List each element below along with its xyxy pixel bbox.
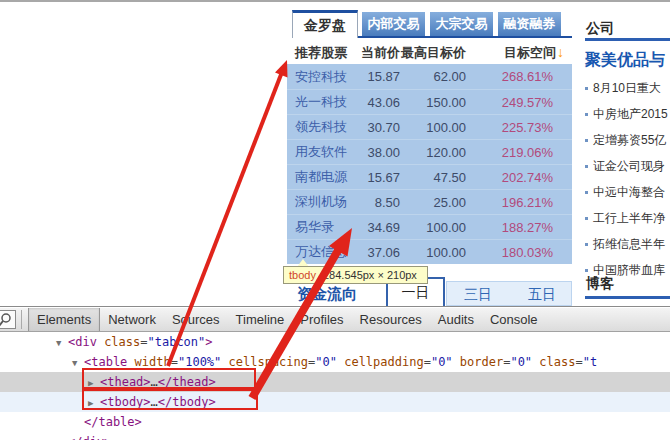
news-headline-link[interactable]: 聚美优品与 bbox=[585, 50, 665, 71]
target-price: 120.00 bbox=[400, 145, 466, 160]
target-space: 196.21% bbox=[466, 195, 572, 210]
news-item-link[interactable]: 中远中海整合 bbox=[585, 184, 665, 201]
current-price: 43.06 bbox=[352, 95, 400, 110]
news-item-link[interactable]: 拓维信息半年 bbox=[585, 236, 665, 253]
stock-link[interactable]: 南都电源 bbox=[287, 168, 352, 186]
news-item-link[interactable]: 中房地产2015 bbox=[585, 106, 668, 123]
stock-widget-tabbar: 金罗盘 内部交易 大宗交易 融资融券 bbox=[0, 0, 670, 40]
devtools-tab-profiles[interactable]: Profiles bbox=[292, 308, 351, 331]
stock-link[interactable]: 光一科技 bbox=[287, 93, 352, 111]
devtools-tab-sources[interactable]: Sources bbox=[164, 308, 228, 331]
screen: 金罗盘 内部交易 大宗交易 融资融券 推荐股票 当前价 最高目标价 目标空间↓ … bbox=[0, 0, 670, 440]
news-item-link[interactable]: 定增募资55亿 bbox=[585, 132, 666, 149]
table-row[interactable]: 万达信息 37.06 100.00 180.03% bbox=[287, 239, 572, 264]
tabbar-underline bbox=[358, 36, 572, 38]
stock-table-body-highlighted: 安控科技 15.87 62.00 268.61% 光一科技 43.06 150.… bbox=[287, 64, 572, 264]
devtools-tab-timeline[interactable]: Timeline bbox=[228, 308, 293, 331]
bullet-icon bbox=[585, 165, 588, 168]
dom-line-table-close[interactable]: </table> bbox=[0, 412, 670, 432]
sort-down-icon: ↓ bbox=[557, 44, 564, 60]
current-price: 37.06 bbox=[352, 245, 400, 260]
devtools-tab-network[interactable]: Network bbox=[100, 308, 164, 331]
tab-insider-trading[interactable]: 内部交易 bbox=[362, 12, 425, 36]
blog-section-rule bbox=[585, 296, 670, 299]
dom-line-div-open[interactable]: ▼<div class="tabcon"> bbox=[0, 332, 670, 352]
devtools-tabs: Elements Network Sources Timeline Profil… bbox=[28, 308, 546, 331]
flow-tab-3day[interactable]: 三日 bbox=[462, 286, 494, 304]
devtools-tab-elements[interactable]: Elements bbox=[28, 308, 100, 331]
table-row[interactable]: 南都电源 15.67 47.50 202.74% bbox=[287, 164, 572, 189]
stock-link[interactable]: 安控科技 bbox=[287, 68, 352, 86]
annotation-box-thead bbox=[82, 368, 256, 389]
devtools-toolbar: Elements Network Sources Timeline Profil… bbox=[0, 308, 670, 332]
disclosure-open-icon[interactable]: ▼ bbox=[56, 333, 68, 353]
bullet-icon bbox=[585, 113, 588, 116]
current-price: 38.00 bbox=[352, 145, 400, 160]
target-space: 202.74% bbox=[466, 170, 572, 185]
bullet-icon bbox=[585, 269, 588, 272]
target-space: 219.06% bbox=[466, 145, 572, 160]
target-price: 47.50 bbox=[400, 170, 466, 185]
flow-tab-5day[interactable]: 五日 bbox=[526, 286, 558, 304]
header-max-target-price[interactable]: 最高目标价 bbox=[400, 44, 466, 62]
inspect-element-icon[interactable] bbox=[0, 310, 16, 329]
bullet-icon bbox=[585, 139, 588, 142]
section-title-blog: 博客 bbox=[586, 275, 614, 293]
target-price: 100.00 bbox=[400, 120, 466, 135]
header-current-price[interactable]: 当前价 bbox=[352, 44, 400, 62]
current-price: 34.69 bbox=[352, 220, 400, 235]
table-row[interactable]: 易华录 34.69 100.00 188.27% bbox=[287, 214, 572, 239]
toolbar-separator bbox=[21, 310, 22, 329]
table-row[interactable]: 安控科技 15.87 62.00 268.61% bbox=[287, 64, 572, 89]
stock-link[interactable]: 用友软件 bbox=[287, 143, 352, 161]
bullet-icon bbox=[585, 191, 588, 194]
tab-jinluopan[interactable]: 金罗盘 bbox=[292, 10, 358, 38]
devtools-tab-audits[interactable]: Audits bbox=[430, 308, 482, 331]
tab-margin-trading[interactable]: 融资融券 bbox=[498, 12, 561, 36]
tooltip-tag-name: tbody bbox=[289, 269, 316, 281]
devtools-tab-console[interactable]: Console bbox=[482, 308, 546, 331]
bullet-icon bbox=[585, 217, 588, 220]
target-price: 150.00 bbox=[400, 95, 466, 110]
current-price: 15.67 bbox=[352, 170, 400, 185]
target-price: 62.00 bbox=[400, 69, 466, 84]
target-price: 25.00 bbox=[400, 195, 466, 210]
target-price: 100.00 bbox=[400, 245, 466, 260]
news-item-link[interactable]: 工行上半年净 bbox=[585, 210, 665, 227]
header-recommended-stock[interactable]: 推荐股票 bbox=[287, 44, 352, 62]
stock-table-header: 推荐股票 当前价 最高目标价 目标空间↓ bbox=[287, 42, 572, 64]
current-price: 8.50 bbox=[352, 195, 400, 210]
current-price: 30.70 bbox=[352, 120, 400, 135]
stock-link[interactable]: 易华录 bbox=[287, 218, 352, 236]
devtools-tab-resources[interactable]: Resources bbox=[352, 308, 430, 331]
target-space: 225.73% bbox=[466, 120, 572, 135]
news-item-link[interactable]: 证金公司现身 bbox=[585, 158, 665, 175]
capital-flow-label: 资金流向 bbox=[297, 285, 357, 304]
target-space: 249.57% bbox=[466, 95, 572, 110]
table-row[interactable]: 用友软件 38.00 120.00 219.06% bbox=[287, 139, 572, 164]
news-item-link[interactable]: 8月10日重大 bbox=[585, 80, 661, 97]
tab-block-trading[interactable]: 大宗交易 bbox=[430, 12, 493, 36]
section-title-company: 公司 bbox=[586, 20, 614, 38]
header-target-space[interactable]: 目标空间↓ bbox=[466, 44, 572, 62]
table-row[interactable]: 深圳机场 8.50 25.00 196.21% bbox=[287, 189, 572, 214]
company-section-rule bbox=[585, 38, 670, 41]
tooltip-dimensions: 284.545px × 210px bbox=[323, 269, 417, 281]
element-size-tooltip: tbody 284.545px × 210px bbox=[283, 266, 428, 284]
current-price: 15.87 bbox=[352, 69, 400, 84]
table-row[interactable]: 领先科技 30.70 100.00 225.73% bbox=[287, 114, 572, 139]
table-row[interactable]: 光一科技 43.06 150.00 249.57% bbox=[287, 89, 572, 114]
bullet-icon bbox=[585, 87, 588, 90]
bullet-icon bbox=[585, 243, 588, 246]
target-space: 188.27% bbox=[466, 220, 572, 235]
target-price: 100.00 bbox=[400, 220, 466, 235]
stock-table: 推荐股票 当前价 最高目标价 目标空间↓ 安控科技 15.87 62.00 26… bbox=[287, 42, 572, 264]
target-space: 268.61% bbox=[466, 69, 572, 84]
annotation-box-tbody bbox=[82, 389, 258, 410]
target-space: 180.03% bbox=[466, 245, 572, 260]
stock-link[interactable]: 深圳机场 bbox=[287, 193, 352, 211]
dom-line-div-close[interactable]: </div> bbox=[0, 432, 670, 440]
stock-link[interactable]: 领先科技 bbox=[287, 118, 352, 136]
